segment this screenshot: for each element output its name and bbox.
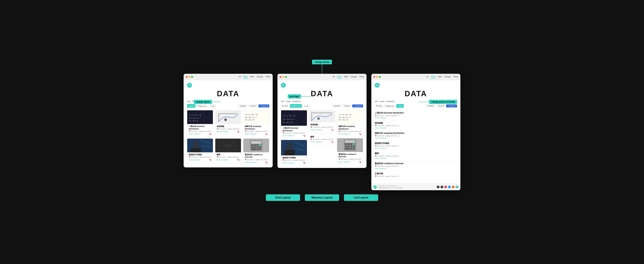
tag-all[interactable]: #all xyxy=(187,100,190,102)
tab-other[interactable]: Other xyxy=(266,75,270,79)
list-tab-other[interactable]: Other xyxy=(453,75,458,79)
masonry-bm-6[interactable]: 🔖 xyxy=(359,161,362,163)
bookmark-6[interactable]: 🔖 xyxy=(265,161,268,164)
tab-data[interactable]: Data xyxy=(243,75,248,79)
grid-post-3[interactable]: x₁ + x₂ - 3x₃ = -10 6x₂ - 2x₃ + x₄ = 7 2… xyxy=(243,110,269,136)
grid-post-5[interactable]: 概率 📅 2021/6/25 · Update 2021/6/25 #math … xyxy=(215,139,241,165)
masonry-list-btn[interactable]: ≡ List xyxy=(302,104,310,108)
masonry-bm-3[interactable]: 🔖 xyxy=(359,133,362,135)
post-tag-math-6[interactable]: #math xyxy=(245,161,249,163)
list-post-6[interactable]: 置信区间 confidence intervals 📅 2021/6/25 · … xyxy=(375,161,457,171)
masonry-stat-6[interactable]: #statistics xyxy=(344,161,350,163)
masonry-tag-3[interactable]: #math xyxy=(338,133,343,135)
list-tab-all[interactable]: All xyxy=(426,75,428,79)
list-tag-5a[interactable]: #math xyxy=(375,158,379,159)
tab-design[interactable]: Design xyxy=(257,75,263,79)
list-btn[interactable]: ≡ List xyxy=(208,104,216,108)
masonry-post-5[interactable]: 概率 📅 2021/6/25 · Update 2021/6/25 #math … xyxy=(309,134,335,145)
sort-updated[interactable]: Updated xyxy=(238,104,247,107)
masonry-stat-1[interactable]: #statistics xyxy=(288,135,294,137)
post-tag-stats-2[interactable]: #statistics xyxy=(222,131,228,133)
post-tag-stats-3[interactable]: #statistics xyxy=(250,133,256,135)
masonry-bm-1[interactable]: 🔖 xyxy=(303,135,306,137)
masonry-bm-2[interactable]: 🔖 xyxy=(331,129,334,131)
post-tag-math-2[interactable]: #math xyxy=(217,131,221,133)
sort-ascend[interactable]: ↑ Ascend xyxy=(248,104,258,107)
list-post-2[interactable]: 假设检验 📅 2021/6/25 · Update 2021/6/25 📄 #m… xyxy=(375,120,457,130)
masonry-tag-6[interactable]: #math xyxy=(338,161,343,163)
list-post-5[interactable]: 概率 📅 2021/6/25 · Update 2021/6/25 📄 #mat… xyxy=(375,151,457,161)
bookmark-2[interactable]: 🔖 xyxy=(237,130,240,133)
list-post-7[interactable]: 文章示例 📅 2021/6/25 · Update 2021/6/25 📄 xyxy=(375,171,457,179)
list-tag-6a[interactable]: #math xyxy=(375,168,379,169)
list-tag-3b[interactable]: #statistics xyxy=(380,137,386,139)
list-sort-descend[interactable]: ↓ Descend xyxy=(446,104,457,107)
masonry-tab-design[interactable]: Design xyxy=(350,75,357,79)
list-tag-statistics[interactable]: #statistics xyxy=(386,100,394,102)
heart-icon[interactable]: ♥ xyxy=(444,186,447,188)
masonry-stat-4[interactable]: #statistics xyxy=(288,162,294,164)
masonry-stat-2[interactable]: #statistics xyxy=(315,129,322,131)
masonry-post-6[interactable]: 置信区间 confidence intervals 📅 2021/6/25 · … xyxy=(337,138,363,164)
masonry-bm-5[interactable]: 🔖 xyxy=(331,141,334,143)
list-masonry-btn[interactable]: ⧉ Masonry xyxy=(384,104,396,108)
tab-all[interactable]: All xyxy=(238,75,241,79)
list-tag-math[interactable]: #math xyxy=(380,100,385,102)
rss-icon[interactable]: R xyxy=(452,186,454,188)
post-tag-math-5[interactable]: #math xyxy=(217,159,221,161)
list-tag-1b[interactable]: #statistics xyxy=(380,117,386,119)
tab-web[interactable]: Web xyxy=(250,75,254,79)
masonry-tab-all[interactable]: All xyxy=(332,75,335,79)
bookmark-1[interactable]: 🔖 xyxy=(209,133,212,135)
list-tag-6b[interactable]: #statistics xyxy=(380,168,386,169)
masonry-tag-5[interactable]: #math xyxy=(310,141,315,143)
list-tag-5b[interactable]: #statistics xyxy=(380,158,386,159)
grid-post-6[interactable]: 置信区间 confidence intervals 📅 2021/6/25 · … xyxy=(243,139,269,165)
list-post-4[interactable]: 描述统计学基础 📅 2021/6/25 · Update 2021/6/25 📄… xyxy=(375,141,457,151)
list-sort-ascend[interactable]: ↑ Ascend xyxy=(436,104,446,107)
list-tag-all[interactable]: #all xyxy=(375,100,378,102)
bookmark-3[interactable]: 🔖 xyxy=(265,133,268,135)
post-tag-math-4[interactable]: #math xyxy=(188,159,193,161)
masonry-tag-math[interactable]: #math xyxy=(286,100,291,102)
list-tag-2a[interactable]: #math xyxy=(375,127,379,129)
masonry-stat-5[interactable]: #statistics xyxy=(315,141,322,143)
masonry-post-1[interactable]: x₁ + x₂ - 3x₃ = -10 6x₂ - 2x₃ + x₄ = 7 2… xyxy=(281,110,307,138)
github-icon[interactable]: G xyxy=(437,186,440,188)
email-icon[interactable]: @ xyxy=(456,186,458,188)
list-tab-data[interactable]: Data xyxy=(431,75,436,79)
list-sort-updated[interactable]: Updated xyxy=(426,104,435,107)
masonry-sort-descend[interactable]: ↓ Descend xyxy=(352,104,363,107)
list-tag-3a[interactable]: #math xyxy=(375,137,379,139)
post-tag-stats-5[interactable]: #statistics xyxy=(222,159,228,161)
list-tag-4a[interactable]: #math xyxy=(375,147,379,149)
masonry-post-3[interactable]: x₁ + x₂ - 3x₃ = -10 6x₂ - 2x₃ + x₄ = 7 2… xyxy=(337,110,363,136)
code-icon[interactable]: C xyxy=(440,186,443,188)
bookmark-4[interactable]: 🔖 xyxy=(209,159,212,161)
masonry-btn[interactable]: ⧉ Masonry xyxy=(196,104,208,108)
masonry-tag-4[interactable]: #math xyxy=(282,162,287,164)
list-tag-2b[interactable]: #statistics xyxy=(380,127,386,129)
masonry-tag-2[interactable]: #math xyxy=(310,129,315,131)
list-tag-4b[interactable]: #statistics xyxy=(380,147,386,149)
post-tag-stats-4[interactable]: #statistics xyxy=(194,159,200,161)
post-tag-math-3[interactable]: #math xyxy=(245,133,249,135)
masonry-tab-web[interactable]: Web xyxy=(344,75,348,79)
list-tab-web[interactable]: Web xyxy=(438,75,442,79)
list-post-3[interactable]: 抽样分布 sampling distribution 📅 2021/6/25 ·… xyxy=(375,130,457,141)
masonry-sort-updated[interactable]: Updated xyxy=(332,104,341,107)
masonry-tag-all[interactable]: #all xyxy=(281,100,284,102)
masonry-post-4[interactable]: 描述统计学基础 📅 2021/6/25 · Update 2021/6/25 #… xyxy=(281,140,307,165)
masonry-grid-btn[interactable]: ⊞ Grid xyxy=(281,104,289,108)
list-tab-design[interactable]: Design xyxy=(444,75,451,79)
masonry-post-2[interactable]: 假设检验 📅 2021/6/25 · Update 2021/6/25 #mat… xyxy=(309,110,335,132)
bookmark-5[interactable]: 🔖 xyxy=(237,159,240,161)
masonry-masonry-btn[interactable]: ⧉ Masonry xyxy=(290,104,302,108)
grid-post-4[interactable]: 描述统计学基础 📅 2021/6/25 · Update 2021/6/25 #… xyxy=(187,139,213,165)
list-grid-btn[interactable]: ⊞ Grid xyxy=(375,104,383,108)
grid-post-2[interactable]: 假设检验 📅 2021/6/25 · Update 2021/6/25 #mat… xyxy=(215,110,241,136)
grid-post-1[interactable]: x₁ + x₂ - 3x₃ = -10 6x₂ - 2x₃ + x₄ = 7 2… xyxy=(187,110,213,136)
list-post-1[interactable]: 二项分布 binomial distribution 📅 2021/6/25 ·… xyxy=(375,110,457,120)
masonry-stat-3[interactable]: #statistics xyxy=(344,133,350,135)
masonry-tab-other[interactable]: Other xyxy=(359,75,364,79)
